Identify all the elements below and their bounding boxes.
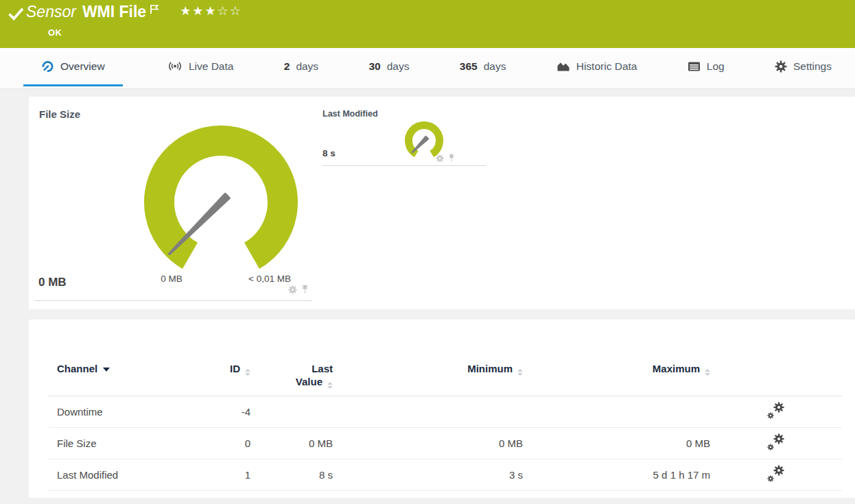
channel-maximum: 0 MB [523, 437, 710, 449]
channel-table: Channel ID Last Value Minimum Maximum [48, 320, 842, 491]
file-size-current-value: 0 MB [38, 276, 67, 289]
status-ok-check-icon [8, 7, 25, 21]
stars-filled: ★★★ [180, 4, 217, 18]
divider [34, 300, 312, 301]
header-channel[interactable]: Channel [48, 362, 202, 375]
channel-id: 0 [202, 437, 250, 449]
tab-overview[interactable]: Overview [23, 48, 123, 86]
channel-name[interactable]: Downtime [48, 406, 202, 418]
pin-icon[interactable] [301, 285, 309, 294]
header-id[interactable]: ID [202, 362, 250, 376]
sensor-name: WMI File [82, 3, 146, 21]
sensor-header: Sensor WMI File ★★★☆☆ OK [0, 0, 855, 48]
channel-table-panel: Channel ID Last Value Minimum Maximum [29, 320, 855, 498]
file-size-scale-min: 0 MB [161, 274, 183, 284]
gauge-needle [412, 136, 428, 152]
header-minimum[interactable]: Minimum [333, 362, 523, 376]
tab-settings[interactable]: Settings [769, 48, 837, 86]
gear-icon [775, 60, 787, 73]
channel-id: 1 [202, 469, 250, 481]
last-modified-gauge-controls [436, 154, 455, 163]
header-maximum[interactable]: Maximum [523, 362, 710, 376]
divider [323, 165, 487, 166]
last-modified-current-value: 8 s [323, 148, 336, 158]
table-row-last-modified: Last Modified 1 8 s 3 s 5 d 1 h 17 m [48, 459, 842, 491]
live-signal-icon [167, 60, 183, 72]
stars-empty: ☆☆ [218, 4, 242, 18]
sensor-kind-label: Sensor [26, 3, 76, 21]
area-chart-icon [557, 60, 570, 72]
channel-settings-gears-icon[interactable] [767, 465, 785, 483]
log-list-icon [688, 61, 701, 72]
tab-live-data[interactable]: Live Data [162, 48, 239, 86]
sensor-status-badge: OK [48, 27, 62, 38]
sort-icon [517, 369, 523, 376]
file-size-gauge[interactable] [142, 123, 300, 271]
channel-maximum: 5 d 1 h 17 m [523, 469, 710, 481]
sensor-tabbar: Overview Live Data 2 days 30 days 365 da… [0, 48, 855, 89]
table-row-file-size: File Size 0 0 MB 0 MB 0 MB [48, 428, 842, 459]
channel-minimum: 3 s [333, 469, 523, 481]
channel-name[interactable]: Last Modified [48, 469, 202, 481]
header-last-value[interactable]: Last Value [250, 362, 333, 389]
channel-id: -4 [202, 406, 250, 418]
channel-name[interactable]: File Size [48, 437, 202, 449]
priority-stars[interactable]: ★★★☆☆ [180, 3, 242, 19]
flag-icon[interactable] [150, 4, 159, 14]
sort-icon [245, 369, 250, 376]
sort-icon [327, 382, 333, 389]
channel-last-value: 8 s [250, 469, 333, 481]
channel-settings-gears-icon[interactable] [767, 402, 785, 420]
gauge-icon [41, 60, 54, 73]
tab-log[interactable]: Log [682, 48, 730, 86]
sort-caret-down-icon [103, 368, 110, 372]
pin-icon[interactable] [448, 154, 455, 163]
gear-icon[interactable] [436, 154, 444, 163]
sensor-title-line: Sensor WMI File ★★★☆☆ [26, 3, 242, 21]
tab-30-days[interactable]: 30 days [363, 48, 414, 86]
file-size-gauge-title: File Size [39, 108, 80, 120]
channel-settings-gears-icon[interactable] [767, 433, 785, 451]
gauges-panel: File Size 0 MB < 0,01 MB 0 MB Last Modif… [29, 97, 855, 309]
tab-365-days[interactable]: 365 days [454, 48, 512, 86]
file-size-scale-max: < 0,01 MB [248, 274, 291, 284]
sort-icon [705, 369, 710, 376]
channel-last-value: 0 MB [250, 437, 333, 449]
channel-table-header: Channel ID Last Value Minimum Maximum [48, 320, 842, 396]
table-row-downtime: Downtime -4 [48, 396, 842, 428]
gear-icon[interactable] [288, 285, 297, 294]
tab-2-days[interactable]: 2 days [279, 48, 324, 86]
channel-minimum: 0 MB [333, 437, 523, 449]
tab-historic-data[interactable]: Historic Data [551, 48, 643, 86]
file-size-gauge-controls [288, 285, 309, 294]
last-modified-gauge-title: Last Modified [323, 109, 378, 119]
